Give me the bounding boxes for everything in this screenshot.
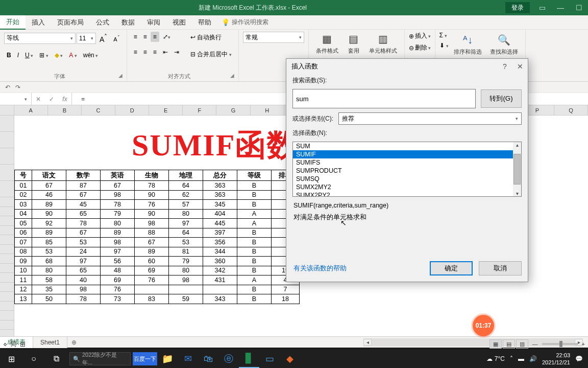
app-edge[interactable]: ⓔ: [218, 350, 239, 368]
table-cell[interactable]: 04: [15, 209, 32, 219]
wrap-text-button[interactable]: ↩ 自动换行: [188, 32, 224, 43]
table-cell[interactable]: 343: [203, 294, 237, 304]
tab-view[interactable]: 视图: [166, 15, 192, 30]
maximize-icon[interactable]: ☐: [570, 1, 588, 15]
table-cell[interactable]: 59: [169, 294, 203, 304]
format-table-button[interactable]: ▤套用: [344, 31, 364, 56]
table-cell[interactable]: B: [237, 200, 272, 210]
align-center-icon[interactable]: ≡: [141, 47, 150, 57]
table-cell[interactable]: 67: [135, 238, 169, 247]
table-cell[interactable]: 69: [101, 275, 135, 285]
page-layout-view-icon[interactable]: ▤: [503, 339, 515, 349]
table-cell[interactable]: 56: [101, 257, 135, 266]
table-cell[interactable]: 90: [135, 209, 169, 219]
scroll-down-icon[interactable]: ▾: [516, 191, 519, 196]
table-cell[interactable]: 67: [101, 181, 135, 191]
ribbon-display-icon[interactable]: ▭: [533, 1, 551, 15]
table-cell[interactable]: 90: [32, 209, 66, 219]
underline-button[interactable]: U ▾: [22, 50, 36, 60]
column-header[interactable]: H: [251, 105, 284, 115]
app-excel[interactable]: ▊: [239, 350, 259, 368]
table-cell[interactable]: 01: [15, 181, 32, 191]
table-cell[interactable]: 98: [169, 275, 203, 285]
table-cell[interactable]: 78: [135, 181, 169, 191]
delete-cells-button[interactable]: 删除: [415, 43, 427, 52]
table-cell[interactable]: 35: [32, 285, 66, 294]
table-cell[interactable]: 10: [15, 266, 32, 275]
app-misc[interactable]: ▭: [259, 350, 280, 368]
table-cell[interactable]: B: [237, 257, 272, 266]
column-header[interactable]: C: [82, 105, 115, 115]
table-cell[interactable]: A: [237, 209, 272, 219]
insert-function-icon[interactable]: fx: [58, 93, 71, 105]
tab-home[interactable]: 开始: [0, 15, 26, 30]
minimize-icon[interactable]: —: [551, 1, 570, 15]
align-left-icon[interactable]: ≡: [131, 47, 140, 57]
tab-formulas[interactable]: 公式: [90, 15, 115, 30]
weather-widget[interactable]: ☁7°C: [486, 355, 505, 362]
row-header[interactable]: [0, 235, 14, 245]
row-header[interactable]: [0, 132, 14, 148]
align-launcher-icon[interactable]: ◢: [230, 73, 234, 78]
table-cell[interactable]: 65: [66, 266, 101, 275]
tray-volume-icon[interactable]: 🔊: [529, 355, 537, 362]
indent-dec-icon[interactable]: ⇤: [160, 47, 170, 57]
row-header[interactable]: [0, 254, 14, 264]
table-cell[interactable]: A: [237, 275, 272, 285]
login-button[interactable]: 登录: [505, 2, 530, 13]
app-mail[interactable]: ✉: [178, 350, 198, 368]
name-box[interactable]: ▾: [0, 93, 32, 105]
bold-button[interactable]: B: [4, 50, 14, 60]
table-cell[interactable]: 05: [15, 219, 32, 228]
autosum-icon[interactable]: Σ ▾: [439, 32, 449, 39]
page-break-view-icon[interactable]: ▥: [516, 339, 528, 349]
table-cell[interactable]: A: [237, 219, 272, 228]
table-cell[interactable]: 67: [66, 228, 101, 238]
table-cell[interactable]: 73: [101, 294, 135, 304]
table-cell[interactable]: [135, 285, 169, 294]
row-header[interactable]: [0, 320, 14, 330]
align-top-icon[interactable]: ≡: [131, 32, 140, 42]
find-select-button[interactable]: 🔍查找和选择: [487, 32, 521, 57]
row-header[interactable]: [0, 245, 14, 255]
table-cell[interactable]: 02: [15, 190, 32, 200]
task-view-icon[interactable]: ⧉: [45, 350, 67, 368]
function-list[interactable]: SUMSUMIFSUMIFSSUMPRODUCTSUMSQSUMX2MY2SUM…: [292, 142, 522, 197]
function-help-link[interactable]: 有关该函数的帮助: [292, 264, 348, 273]
table-cell[interactable]: 78: [66, 219, 101, 228]
merge-center-button[interactable]: ⊟ 合并后居中 ▾: [188, 49, 234, 60]
confirm-edit-icon[interactable]: ✓: [45, 93, 58, 105]
cancel-edit-icon[interactable]: ✕: [32, 93, 45, 105]
tell-me-input[interactable]: 操作说明搜索: [230, 18, 268, 27]
row-header[interactable]: [0, 116, 14, 132]
number-format-select[interactable]: 常规▾: [243, 32, 304, 43]
search-input[interactable]: [292, 89, 476, 108]
table-cell[interactable]: 67: [32, 181, 66, 191]
table-cell[interactable]: B: [237, 181, 272, 191]
table-cell[interactable]: 89: [32, 200, 66, 210]
table-cell[interactable]: 53: [66, 238, 101, 247]
table-cell[interactable]: 363: [203, 181, 237, 191]
table-cell[interactable]: B: [237, 238, 272, 247]
table-cell[interactable]: 64: [169, 228, 203, 238]
table-cell[interactable]: 98: [101, 190, 135, 200]
row-header[interactable]: [0, 207, 14, 217]
table-cell[interactable]: 24: [66, 247, 101, 257]
table-cell[interactable]: 48: [101, 266, 135, 275]
orientation-icon[interactable]: ⤢▾: [160, 32, 173, 42]
table-cell[interactable]: B: [237, 228, 272, 238]
table-cell[interactable]: B: [237, 285, 272, 294]
clock[interactable]: 22:03 2021/12/21: [542, 352, 570, 366]
cortana-icon[interactable]: ○: [22, 350, 45, 368]
column-header[interactable]: E: [149, 105, 183, 115]
table-cell[interactable]: 67: [66, 190, 101, 200]
function-list-item[interactable]: SUMX2PY2: [293, 191, 521, 197]
align-middle-icon[interactable]: ≡: [141, 32, 150, 42]
table-cell[interactable]: 68: [32, 257, 66, 266]
row-header[interactable]: [0, 226, 14, 236]
align-bottom-icon[interactable]: ≡: [151, 32, 159, 42]
function-list-item[interactable]: SUMSQ: [293, 175, 521, 183]
table-cell[interactable]: 06: [15, 228, 32, 238]
italic-button[interactable]: I: [15, 50, 21, 60]
dialog-close-icon[interactable]: ✕: [512, 62, 528, 71]
